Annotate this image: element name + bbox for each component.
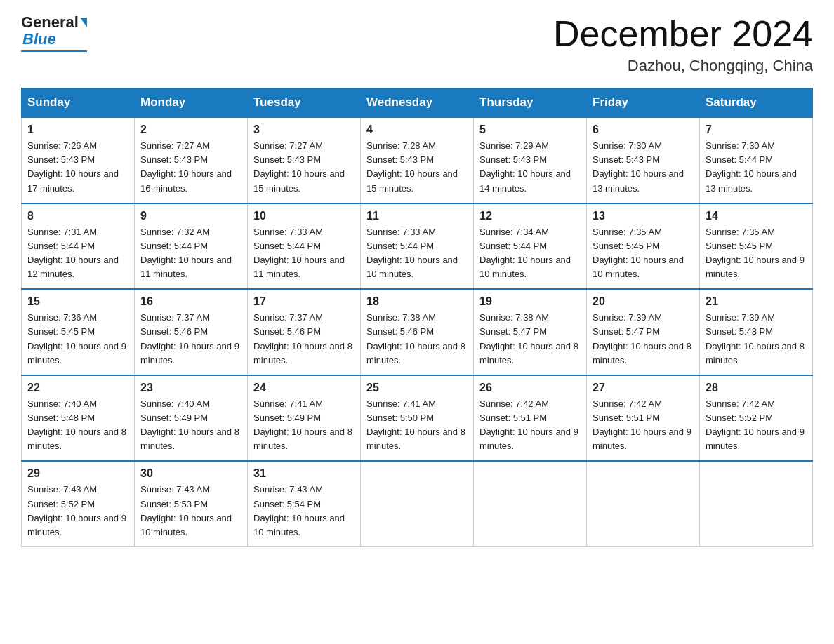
day-info: Sunrise: 7:42 AMSunset: 5:51 PMDaylight:… <box>479 397 581 454</box>
week-row-3: 15Sunrise: 7:36 AMSunset: 5:45 PMDayligh… <box>22 289 813 375</box>
day-cell: 31Sunrise: 7:43 AMSunset: 5:54 PMDayligh… <box>248 461 361 546</box>
day-cell: 9Sunrise: 7:32 AMSunset: 5:44 PMDaylight… <box>135 203 248 290</box>
day-number: 6 <box>593 123 694 136</box>
day-cell: 27Sunrise: 7:42 AMSunset: 5:51 PMDayligh… <box>587 375 700 462</box>
day-number: 31 <box>253 467 355 480</box>
day-cell: 13Sunrise: 7:35 AMSunset: 5:45 PMDayligh… <box>587 203 700 290</box>
day-cell: 21Sunrise: 7:39 AMSunset: 5:48 PMDayligh… <box>700 289 813 375</box>
day-number: 8 <box>27 210 128 222</box>
day-info: Sunrise: 7:39 AMSunset: 5:47 PMDaylight:… <box>593 311 694 368</box>
day-cell: 30Sunrise: 7:43 AMSunset: 5:53 PMDayligh… <box>135 461 248 546</box>
day-cell: 3Sunrise: 7:27 AMSunset: 5:43 PMDaylight… <box>248 117 361 203</box>
day-cell: 29Sunrise: 7:43 AMSunset: 5:52 PMDayligh… <box>22 461 135 546</box>
day-number: 16 <box>140 295 241 308</box>
day-cell: 28Sunrise: 7:42 AMSunset: 5:52 PMDayligh… <box>700 375 813 462</box>
day-info: Sunrise: 7:42 AMSunset: 5:52 PMDaylight:… <box>706 397 807 454</box>
day-cell: 10Sunrise: 7:33 AMSunset: 5:44 PMDayligh… <box>248 203 361 290</box>
logo-text-main: General <box>21 14 79 31</box>
day-info: Sunrise: 7:37 AMSunset: 5:46 PMDaylight:… <box>253 311 355 368</box>
day-number: 17 <box>253 295 355 308</box>
day-cell: 2Sunrise: 7:27 AMSunset: 5:43 PMDaylight… <box>135 117 248 203</box>
day-info: Sunrise: 7:26 AMSunset: 5:43 PMDaylight:… <box>27 139 128 196</box>
day-info: Sunrise: 7:43 AMSunset: 5:53 PMDaylight:… <box>140 483 241 539</box>
header-cell-thursday: Thursday <box>474 88 587 118</box>
day-info: Sunrise: 7:38 AMSunset: 5:46 PMDaylight:… <box>366 311 468 368</box>
day-cell: 6Sunrise: 7:30 AMSunset: 5:43 PMDaylight… <box>587 117 700 203</box>
logo: General Blue <box>21 14 87 52</box>
day-info: Sunrise: 7:32 AMSunset: 5:44 PMDaylight:… <box>140 225 241 282</box>
day-number: 7 <box>706 123 807 136</box>
day-info: Sunrise: 7:35 AMSunset: 5:45 PMDaylight:… <box>706 225 807 282</box>
day-info: Sunrise: 7:41 AMSunset: 5:49 PMDaylight:… <box>253 397 355 454</box>
calendar-subtitle: Dazhou, Chongqing, China <box>553 57 813 75</box>
week-row-2: 8Sunrise: 7:31 AMSunset: 5:44 PMDaylight… <box>22 203 813 290</box>
day-cell <box>474 461 587 546</box>
week-row-1: 1Sunrise: 7:26 AMSunset: 5:43 PMDaylight… <box>22 117 813 203</box>
header-cell-wednesday: Wednesday <box>361 88 474 118</box>
page-header: General Blue December 2024 Dazhou, Chong… <box>21 14 813 75</box>
day-number: 19 <box>479 295 581 308</box>
day-number: 30 <box>140 467 241 480</box>
day-info: Sunrise: 7:33 AMSunset: 5:44 PMDaylight:… <box>366 225 468 282</box>
day-number: 24 <box>253 382 355 394</box>
header-cell-saturday: Saturday <box>700 88 813 118</box>
day-cell: 14Sunrise: 7:35 AMSunset: 5:45 PMDayligh… <box>700 203 813 290</box>
week-row-5: 29Sunrise: 7:43 AMSunset: 5:52 PMDayligh… <box>22 461 813 546</box>
day-cell: 5Sunrise: 7:29 AMSunset: 5:43 PMDaylight… <box>474 117 587 203</box>
day-number: 27 <box>593 382 694 394</box>
logo-triangle-icon <box>80 18 87 27</box>
day-info: Sunrise: 7:39 AMSunset: 5:48 PMDaylight:… <box>706 311 807 368</box>
day-number: 15 <box>27 295 128 308</box>
title-area: December 2024 Dazhou, Chongqing, China <box>553 14 813 75</box>
day-cell: 16Sunrise: 7:37 AMSunset: 5:46 PMDayligh… <box>135 289 248 375</box>
day-cell: 4Sunrise: 7:28 AMSunset: 5:43 PMDaylight… <box>361 117 474 203</box>
header-cell-monday: Monday <box>135 88 248 118</box>
day-cell: 23Sunrise: 7:40 AMSunset: 5:49 PMDayligh… <box>135 375 248 462</box>
day-number: 28 <box>706 382 807 394</box>
day-cell: 25Sunrise: 7:41 AMSunset: 5:50 PMDayligh… <box>361 375 474 462</box>
header-row: SundayMondayTuesdayWednesdayThursdayFrid… <box>22 88 813 118</box>
day-number: 2 <box>140 123 241 136</box>
day-number: 4 <box>366 123 468 136</box>
day-cell: 17Sunrise: 7:37 AMSunset: 5:46 PMDayligh… <box>248 289 361 375</box>
header-cell-sunday: Sunday <box>22 88 135 118</box>
day-number: 5 <box>479 123 581 136</box>
day-number: 20 <box>593 295 694 308</box>
day-info: Sunrise: 7:43 AMSunset: 5:52 PMDaylight:… <box>27 483 128 539</box>
day-number: 9 <box>140 210 241 222</box>
day-number: 21 <box>706 295 807 308</box>
day-info: Sunrise: 7:27 AMSunset: 5:43 PMDaylight:… <box>253 139 355 196</box>
day-cell <box>361 461 474 546</box>
day-info: Sunrise: 7:29 AMSunset: 5:43 PMDaylight:… <box>479 139 581 196</box>
day-info: Sunrise: 7:33 AMSunset: 5:44 PMDaylight:… <box>253 225 355 282</box>
day-cell: 7Sunrise: 7:30 AMSunset: 5:44 PMDaylight… <box>700 117 813 203</box>
day-cell: 24Sunrise: 7:41 AMSunset: 5:49 PMDayligh… <box>248 375 361 462</box>
header-cell-friday: Friday <box>587 88 700 118</box>
header-cell-tuesday: Tuesday <box>248 88 361 118</box>
day-number: 13 <box>593 210 694 222</box>
day-number: 25 <box>366 382 468 394</box>
day-cell: 15Sunrise: 7:36 AMSunset: 5:45 PMDayligh… <box>22 289 135 375</box>
logo-divider <box>21 50 87 52</box>
week-row-4: 22Sunrise: 7:40 AMSunset: 5:48 PMDayligh… <box>22 375 813 462</box>
day-info: Sunrise: 7:30 AMSunset: 5:43 PMDaylight:… <box>593 139 694 196</box>
day-number: 3 <box>253 123 355 136</box>
day-info: Sunrise: 7:37 AMSunset: 5:46 PMDaylight:… <box>140 311 241 368</box>
day-info: Sunrise: 7:40 AMSunset: 5:49 PMDaylight:… <box>140 397 241 454</box>
day-number: 18 <box>366 295 468 308</box>
day-info: Sunrise: 7:36 AMSunset: 5:45 PMDaylight:… <box>27 311 128 368</box>
day-info: Sunrise: 7:40 AMSunset: 5:48 PMDaylight:… <box>27 397 128 454</box>
day-info: Sunrise: 7:27 AMSunset: 5:43 PMDaylight:… <box>140 139 241 196</box>
day-cell: 26Sunrise: 7:42 AMSunset: 5:51 PMDayligh… <box>474 375 587 462</box>
calendar-table: SundayMondayTuesdayWednesdayThursdayFrid… <box>21 88 813 547</box>
day-cell: 8Sunrise: 7:31 AMSunset: 5:44 PMDaylight… <box>22 203 135 290</box>
calendar-title: December 2024 <box>553 14 813 54</box>
day-cell <box>700 461 813 546</box>
day-info: Sunrise: 7:35 AMSunset: 5:45 PMDaylight:… <box>593 225 694 282</box>
day-info: Sunrise: 7:42 AMSunset: 5:51 PMDaylight:… <box>593 397 694 454</box>
day-info: Sunrise: 7:43 AMSunset: 5:54 PMDaylight:… <box>253 483 355 539</box>
day-info: Sunrise: 7:28 AMSunset: 5:43 PMDaylight:… <box>366 139 468 196</box>
day-info: Sunrise: 7:31 AMSunset: 5:44 PMDaylight:… <box>27 225 128 282</box>
day-cell: 12Sunrise: 7:34 AMSunset: 5:44 PMDayligh… <box>474 203 587 290</box>
day-info: Sunrise: 7:38 AMSunset: 5:47 PMDaylight:… <box>479 311 581 368</box>
